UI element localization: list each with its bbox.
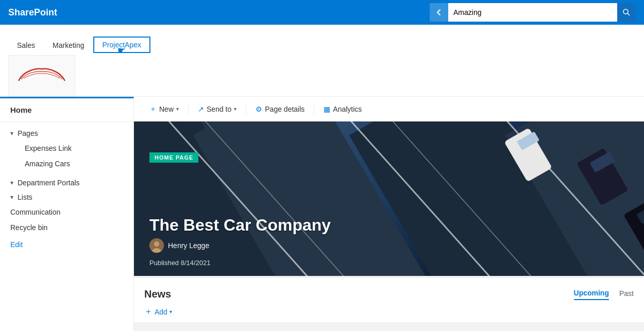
chevron-down-icon-send: ▾ (234, 106, 236, 112)
send-to-button[interactable]: ↗ Send to ▾ (193, 102, 242, 116)
news-tabs: Upcoming Past (574, 289, 634, 300)
toolbar: ＋ New ▾ ↗ Send to ▾ ⚙ Page details ▦ Ana… (134, 97, 644, 121)
tab-marketing[interactable]: Marketing (44, 38, 93, 53)
plus-icon: ＋ (149, 104, 157, 114)
search-back-button[interactable] (430, 3, 448, 22)
road-svg (134, 121, 644, 276)
author-name: Henry Legge (168, 241, 209, 250)
search-submit-button[interactable] (617, 3, 636, 22)
sidebar-item-communication[interactable]: Communication (0, 204, 133, 220)
search-input[interactable] (448, 3, 617, 22)
search-bar-wrapper (430, 3, 636, 22)
tab-sales[interactable]: Sales (8, 38, 44, 53)
published-date: Published 8/14/2021 (149, 259, 211, 267)
news-add-button[interactable]: ＋ Add ▾ (144, 306, 172, 317)
tab-past[interactable]: Past (619, 289, 634, 300)
sidebar-edit[interactable]: Edit (0, 235, 133, 254)
site-logo-preview (8, 55, 75, 96)
new-button[interactable]: ＋ New ▾ (144, 101, 184, 117)
hero-author: Henry Legge (149, 238, 209, 253)
cursor-icon: ☛ (117, 45, 126, 56)
toolbar-separator-3 (314, 104, 314, 114)
svg-point-0 (623, 9, 628, 14)
gear-icon: ⚙ (256, 105, 262, 113)
tab-project-apex[interactable]: ProjectApex ☛ (93, 37, 150, 53)
chevron-down-icon-add: ▾ (170, 309, 172, 315)
car-logo-svg (13, 63, 70, 89)
news-add-label: Add (155, 308, 167, 316)
toolbar-separator-2 (246, 104, 246, 114)
tab-upcoming[interactable]: Upcoming (574, 289, 609, 300)
news-section: News Upcoming Past ＋ Add ▾ (134, 278, 644, 322)
sidebar-pages-header[interactable]: ▾ Pages (0, 126, 133, 141)
sidebar-lists-header[interactable]: ▾ Lists (0, 190, 133, 204)
content-area: ＋ New ▾ ↗ Send to ▾ ⚙ Page details ▦ Ana… (134, 97, 644, 331)
sidebar-section-pages: ▾ Pages Expenses Link Amazing Cars (0, 122, 133, 176)
chevron-down-icon: ▾ (10, 130, 13, 137)
chevron-down-icon-new: ▾ (176, 106, 179, 112)
svg-point-18 (154, 241, 159, 247)
sidebar-item-expenses-link[interactable]: Expenses Link (0, 141, 133, 156)
sidebar-department-portals-label: Department Portals (18, 179, 80, 187)
chevron-down-icon-dept: ▾ (10, 179, 13, 186)
sites-tabs: Sales Marketing ProjectApex ☛ (8, 37, 150, 53)
svg-line-1 (628, 13, 630, 15)
hero-badge: HOME PAGE (149, 152, 198, 163)
sidebar-department-portals-header[interactable]: ▾ Department Portals (0, 176, 133, 190)
hero-section: HOME PAGE The Best Car Company Henry Leg… (134, 121, 644, 276)
hero-title: The Best Car Company (149, 216, 331, 235)
analytics-label: Analytics (333, 105, 362, 113)
hero-background: HOME PAGE The Best Car Company Henry Leg… (134, 121, 644, 276)
top-nav-bar: SharePoint (0, 0, 644, 25)
sidebar-item-amazing-cars[interactable]: Amazing Cars (0, 156, 133, 171)
chevron-down-icon-lists: ▾ (10, 194, 13, 201)
sites-tabs-area: Sales Marketing ProjectApex ☛ (0, 25, 644, 97)
sidebar-pages-label: Pages (18, 129, 38, 137)
plus-icon-news: ＋ (144, 306, 152, 317)
main-layout: Home ▾ Pages Expenses Link Amazing Cars … (0, 97, 644, 331)
page-details-button[interactable]: ⚙ Page details (250, 102, 310, 116)
sidebar: Home ▾ Pages Expenses Link Amazing Cars … (0, 97, 134, 331)
new-button-label: New (159, 105, 174, 113)
news-header: News Upcoming Past (144, 288, 634, 300)
sidebar-item-recycle-bin[interactable]: Recycle bin (0, 220, 133, 235)
send-to-label: Send to (207, 105, 231, 113)
sidebar-home[interactable]: Home (0, 98, 133, 122)
sharepoint-logo: SharePoint (8, 7, 57, 18)
send-icon: ↗ (198, 105, 204, 113)
page-details-label: Page details (265, 105, 304, 113)
analytics-button[interactable]: ▦ Analytics (318, 102, 367, 116)
avatar (149, 238, 164, 253)
sidebar-lists-label: Lists (18, 193, 32, 201)
toolbar-separator-1 (188, 104, 189, 114)
analytics-icon: ▦ (324, 105, 330, 113)
news-title: News (144, 288, 171, 300)
